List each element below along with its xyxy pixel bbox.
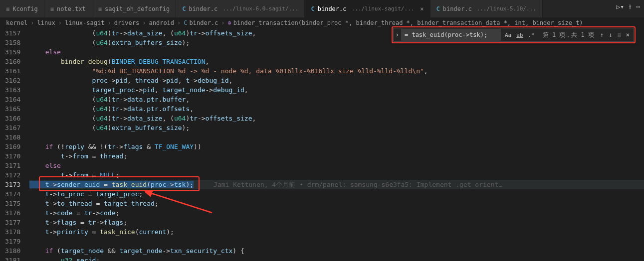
split-icon[interactable]: ⫲ (629, 3, 631, 11)
tab-note[interactable]: ≡note.txt (44, 0, 92, 17)
find-in-selection-icon[interactable]: ≡ (616, 30, 623, 39)
c-file-icon: C (182, 5, 186, 12)
find-widget: › Aa ab .* 第 1 项，共 1 项 ↑ ↓ ≡ × (393, 28, 634, 42)
tab-binder-5.10[interactable]: Cbinder.c.../linux-5.10/... (430, 0, 543, 17)
code-content[interactable]: (u64)tr->data_size, (u64)tr->offsets_siz… (29, 28, 644, 261)
tab-binder-sagit[interactable]: Cbinder.c.../linux-sagit/...× (305, 0, 430, 17)
code-editor[interactable]: 3157315831593160316131623163316431653166… (0, 28, 644, 261)
find-close-icon[interactable]: × (624, 30, 632, 39)
c-file-icon: C (436, 5, 440, 12)
run-icon[interactable]: ▷▾ (617, 3, 625, 11)
breadcrumb-function[interactable]: binder_transaction(binder_proc *, binder… (233, 19, 583, 26)
tab-kconfig[interactable]: ≡Kconfig (0, 0, 44, 17)
tab-binder-6.0[interactable]: Cbinder.c.../linux-6.0-sagit/... (176, 0, 305, 17)
tab-path: .../linux-6.0-sagit/... (222, 5, 298, 12)
tab-defconfig[interactable]: ≡sagit_oh_defconfig (92, 0, 176, 17)
breadcrumb-part[interactable]: kernel (6, 19, 27, 26)
tab-path: .../linux-sagit/... (352, 5, 415, 12)
git-blame: Jami Kettunen, 4个月前 • drm/panel: samsung… (214, 181, 502, 188)
breadcrumb-file[interactable]: binder.c (190, 19, 218, 26)
breadcrumb: kernel› linux› linux-sagit› drivers› and… (0, 17, 644, 28)
text-file-icon: ≡ (6, 5, 9, 12)
breadcrumb-part[interactable]: linux (37, 19, 55, 26)
match-word-toggle[interactable]: ab (514, 31, 525, 39)
match-case-toggle[interactable]: Aa (503, 31, 513, 39)
more-icon[interactable]: ⋯ (636, 3, 640, 11)
tab-label: Kconfig (12, 5, 38, 12)
c-file-icon: C (184, 19, 187, 26)
function-icon: ⊕ (228, 19, 231, 26)
tab-label: binder.c (318, 5, 347, 12)
tab-path: .../linux-5.10/... (477, 5, 536, 12)
line-numbers: 3157315831593160316131623163316431653166… (0, 28, 29, 261)
tab-label: note.txt (57, 5, 86, 12)
breadcrumb-part[interactable]: linux-sagit (65, 19, 104, 26)
find-expand-icon[interactable]: › (394, 28, 401, 41)
regex-toggle[interactable]: .* (526, 31, 536, 39)
tab-label: binder.c (189, 5, 217, 12)
text-file-icon: ≡ (50, 5, 54, 12)
tab-label: sagit_oh_defconfig (105, 5, 170, 12)
close-icon[interactable]: × (420, 5, 424, 12)
search-input[interactable] (401, 29, 501, 41)
text-file-icon: ≡ (98, 5, 102, 12)
c-file-icon: C (311, 5, 314, 12)
find-next-icon[interactable]: ↓ (607, 30, 614, 39)
breadcrumb-part[interactable]: drivers (114, 19, 140, 26)
tab-label: binder.c (443, 5, 472, 12)
find-prev-icon[interactable]: ↑ (598, 30, 606, 39)
editor-toolbar: ▷▾ ⫲ ⋯ (617, 3, 640, 11)
breadcrumb-part[interactable]: android (149, 19, 174, 26)
tabs-bar: ≡Kconfig ≡note.txt ≡sagit_oh_defconfig C… (0, 0, 644, 17)
find-status: 第 1 项，共 1 项 (539, 31, 598, 39)
